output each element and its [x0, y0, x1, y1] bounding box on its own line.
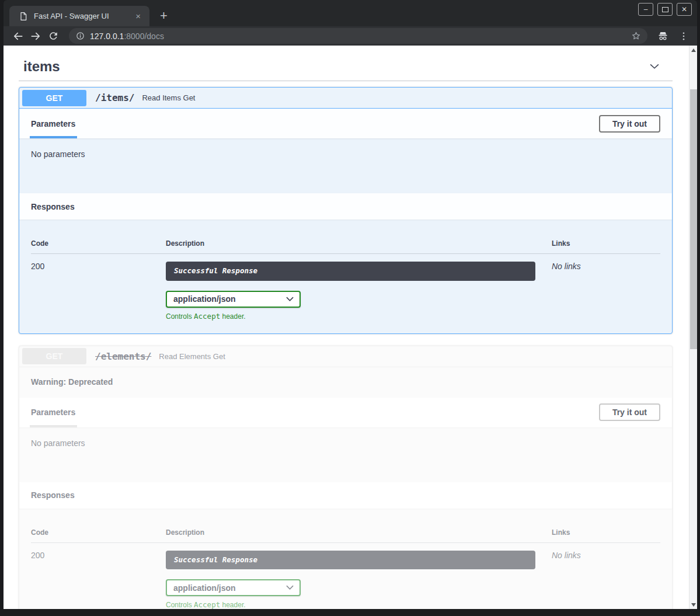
responses-header: Responses [19, 193, 672, 220]
toolbar-right [657, 30, 691, 42]
back-arrow-icon [12, 30, 24, 42]
code-column-header: Code [31, 528, 166, 537]
opblock-get-items: GET /items/ Read Items Get Parameters Tr… [19, 87, 673, 334]
no-links-text: No links [552, 551, 581, 560]
scrollbar-up-arrow[interactable] [689, 46, 697, 54]
tab-parameters[interactable]: Parameters [31, 109, 75, 138]
try-it-out-button[interactable]: Try it out [599, 403, 660, 421]
parameters-label: Parameters [31, 119, 75, 128]
accept-header-note: Controls Accept header. [166, 600, 552, 609]
response-description: Successful Response [166, 551, 535, 570]
response-description: Successful Response [166, 262, 535, 281]
bookmark-star-icon[interactable] [631, 30, 642, 41]
method-badge: GET [22, 348, 86, 364]
tab-close-icon[interactable]: × [133, 11, 144, 22]
parameters-header: Parameters Try it out [19, 109, 672, 138]
response-code: 200 [31, 262, 166, 271]
select-chevron-icon [286, 585, 294, 590]
tab-strip: Fast API - Swagger UI × + – ✕ [4, 0, 697, 26]
description-column-header: Description [166, 239, 552, 248]
parameters-header: Parameters Try it out [19, 398, 672, 427]
page-content: items GET /items/ Read Items Get Paramet… [4, 46, 697, 609]
section-collapse-chevron-icon[interactable] [648, 60, 661, 73]
responses-title: Responses [31, 202, 75, 211]
site-info-icon[interactable] [76, 32, 85, 40]
parameters-label: Parameters [31, 408, 75, 417]
media-type-select[interactable]: application/json [166, 579, 301, 596]
incognito-icon [657, 30, 669, 42]
forward-arrow-icon [30, 30, 41, 42]
select-chevron-icon [286, 297, 294, 302]
responses-table-head: Code Description Links [31, 528, 660, 543]
back-button[interactable] [12, 30, 25, 43]
response-description-cell: Successful Response application/json Con… [166, 551, 552, 610]
links-column-header: Links [552, 528, 660, 537]
tab-title: Fast API - Swagger UI [34, 12, 127, 20]
responses-header: Responses [19, 482, 672, 509]
maximize-button[interactable] [657, 3, 673, 16]
endpoint-path: /items/ [95, 92, 134, 103]
reload-icon [48, 30, 59, 41]
response-code: 200 [31, 551, 166, 560]
parameters-body: No parameters [19, 427, 672, 482]
scroll-up-icon [691, 48, 696, 52]
maximize-icon [662, 7, 668, 12]
media-type-value: application/json [173, 294, 236, 304]
url-host: 127.0.0.1 [90, 32, 124, 41]
opblock-summary[interactable]: GET /items/ Read Items Get [19, 88, 672, 109]
links-column-header: Links [552, 239, 660, 248]
opblock-summary[interactable]: GET /elements/ Read Elements Get [19, 346, 672, 367]
url-path: :8000/docs [124, 32, 164, 41]
responses-body: Code Description Links 200 Successful Re… [19, 509, 672, 610]
description-column-header: Description [166, 528, 552, 537]
no-parameters-text: No parameters [31, 149, 85, 159]
accept-header-note: Controls Accept header. [166, 312, 552, 321]
code-column-header: Code [31, 239, 166, 248]
browser-tab[interactable]: Fast API - Swagger UI × [9, 6, 149, 26]
responses-body: Code Description Links 200 Successful Re… [19, 220, 672, 333]
no-parameters-text: No parameters [31, 438, 85, 448]
tag-title: items [23, 58, 60, 75]
new-tab-button[interactable]: + [160, 11, 168, 21]
window-controls: – ✕ [638, 3, 692, 16]
forward-button[interactable] [29, 30, 42, 43]
media-type-select[interactable]: application/json [166, 291, 301, 308]
method-badge: GET [22, 90, 86, 106]
minimize-button[interactable]: – [638, 3, 653, 16]
url-text[interactable]: 127.0.0.1:8000/docs [90, 32, 625, 41]
response-row: 200 Successful Response application/json… [31, 543, 660, 610]
deprecated-warning: Warning: Deprecated [19, 367, 672, 398]
parameters-body: No parameters [19, 138, 672, 193]
responses-title: Responses [31, 490, 75, 500]
opblock-get-elements-deprecated: GET /elements/ Read Elements Get Warning… [19, 346, 673, 610]
no-links-text: No links [552, 262, 581, 271]
scrollbar-down-arrow[interactable] [689, 600, 697, 609]
page-scrollbar[interactable] [689, 46, 697, 609]
response-description-cell: Successful Response application/json Con… [166, 262, 552, 321]
responses-table-head: Code Description Links [31, 239, 660, 254]
endpoint-summary: Read Items Get [142, 93, 195, 102]
browser-window: Fast API - Swagger UI × + – ✕ [0, 0, 700, 616]
close-button[interactable]: ✕ [677, 3, 692, 16]
scroll-down-icon [691, 603, 696, 607]
endpoint-summary: Read Elements Get [159, 352, 225, 361]
address-bar[interactable]: 127.0.0.1:8000/docs [69, 28, 647, 44]
tag-section-header[interactable]: items [19, 50, 673, 81]
endpoint-path: /elements/ [95, 351, 151, 362]
try-it-out-button[interactable]: Try it out [599, 115, 660, 133]
browser-toolbar: 127.0.0.1:8000/docs [4, 26, 697, 46]
response-row: 200 Successful Response application/json… [31, 254, 660, 321]
reload-button[interactable] [47, 30, 60, 43]
tab-parameters[interactable]: Parameters [31, 398, 75, 427]
page-favicon-icon [19, 11, 28, 22]
swagger-page: items GET /items/ Read Items Get Paramet… [4, 46, 697, 609]
menu-kebab-icon[interactable] [678, 31, 689, 41]
media-type-value: application/json [173, 583, 236, 593]
scrollbar-thumb[interactable] [690, 89, 697, 349]
